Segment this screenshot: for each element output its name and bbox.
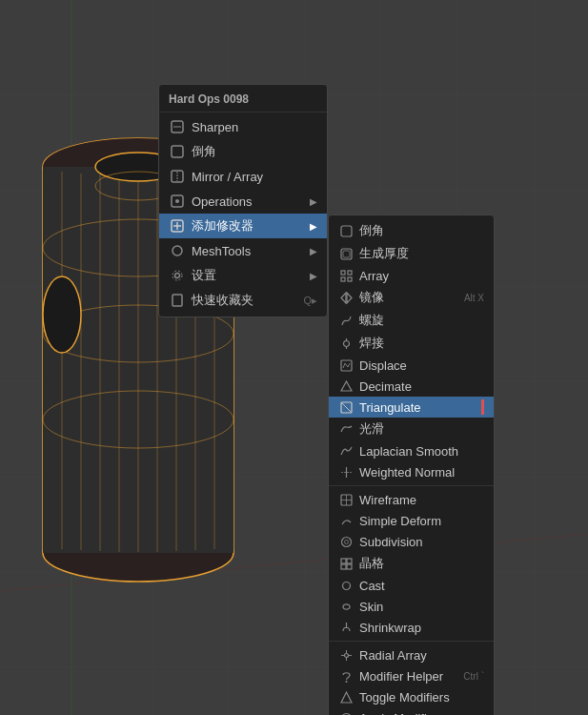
svg-point-53 [175,274,180,278]
mod-skin[interactable]: Skin [329,596,494,617]
mod-toggle-label: Toggle Modifiers [359,690,484,705]
mod-laplacian[interactable]: Laplacian Smooth [329,440,494,461]
mod-array[interactable]: Array [329,265,494,286]
mod-weighted-label: Weighted Normal [359,465,484,480]
bookmarks-label: 快速收藏夹 [192,292,299,309]
svg-rect-62 [348,277,352,281]
mod-weld[interactable]: 焊接 [329,332,494,355]
mod-laplacian-icon [338,443,354,459]
svg-rect-61 [341,277,345,281]
menu-item-settings[interactable]: 设置 ▶ [159,263,327,288]
bookmarks-icon [169,292,186,309]
add-modifier-arrow: ▶ [310,221,317,232]
svg-rect-80 [347,564,352,569]
svg-point-76 [344,540,348,543]
mod-weighted-icon [338,464,354,480]
svg-point-82 [344,653,348,657]
mod-wireframe-icon [338,492,354,507]
mod-screw-icon [338,313,354,328]
menu-item-meshtools[interactable]: MeshTools ▶ [159,238,327,263]
hardops-menu: Hard Ops 0098 Sharpen 倒角 Mirror / Array … [158,84,328,317]
mod-shrinkwrap-label: Shrinkwrap [359,621,484,635]
mod-smooth[interactable]: 光滑 [329,418,494,440]
mod-wireframe[interactable]: Wireframe [329,489,494,510]
menu-item-operations[interactable]: Operations ▶ [159,189,327,214]
mod-wireframe-label: Wireframe [359,493,484,507]
svg-rect-60 [348,271,352,275]
mod-cast[interactable]: Cast [329,575,494,596]
mod-triangulate[interactable]: Triangulate [329,397,494,418]
svg-marker-88 [341,692,352,703]
mod-solidify[interactable]: 生成厚度 [329,242,494,265]
mod-bevel[interactable]: 倒角 [329,219,494,242]
modifiers-submenu: 倒角 生成厚度 Array 镜像 Alt X 螺旋 焊接 [328,214,495,715]
mod-cast-icon [338,578,354,593]
menu-title: Hard Ops 0098 [159,89,327,112]
svg-marker-67 [341,381,352,391]
menu-item-bevel[interactable]: 倒角 [159,139,327,164]
mod-displace[interactable]: Displace [329,355,494,376]
menu-item-sharpen[interactable]: Sharpen [159,114,327,139]
mod-cast-label: Cast [359,579,484,593]
mod-screw[interactable]: 螺旋 [329,309,494,332]
svg-point-63 [343,340,349,346]
mod-lattice-label: 晶格 [359,555,484,572]
mod-weld-icon [338,336,354,351]
mod-mirror[interactable]: 镜像 Alt X [329,286,494,309]
svg-line-69 [341,402,352,413]
mod-mirror-icon [338,290,354,305]
mod-modifier-helper[interactable]: Modifier Helper Ctrl ` [329,665,494,686]
mod-apply-icon [338,710,354,715]
operations-arrow: ▶ [310,196,317,207]
mod-weighted-normal[interactable]: Weighted Normal [329,461,494,482]
svg-point-52 [172,246,182,255]
mod-displace-icon [338,358,354,373]
mod-decimate-icon [338,378,354,394]
mod-toggle-icon [338,689,354,705]
svg-rect-55 [172,295,182,306]
svg-point-48 [175,199,179,203]
mod-helper-label: Modifier Helper [359,669,463,684]
mod-radial-array[interactable]: Radial Array [329,644,494,665]
svg-rect-79 [341,564,346,569]
bookmarks-shortcut: Q▸ [303,295,317,307]
settings-label: 设置 [192,267,306,284]
mod-laplacian-label: Laplacian Smooth [359,444,484,459]
mod-simple-deform-icon [338,513,354,528]
svg-point-81 [342,582,350,589]
mod-helper-shortcut: Ctrl ` [463,671,484,682]
mod-simple-deform-label: Simple Deform [359,514,484,528]
mod-lattice-icon [338,556,354,571]
mod-solidify-label: 生成厚度 [359,245,484,262]
settings-icon [169,267,186,284]
mod-apply-label: Apply Modifiers [359,711,484,716]
menu-item-add-modifier[interactable]: 添加修改器 ▶ [159,214,327,238]
mod-lattice[interactable]: 晶格 [329,552,494,575]
svg-rect-59 [341,271,345,275]
mod-subdivision[interactable]: Subdivision [329,531,494,552]
mod-radial-icon [338,647,354,663]
mod-decimate[interactable]: Decimate [329,376,494,397]
bevel-icon [169,143,186,160]
svg-point-87 [345,681,347,683]
svg-rect-58 [343,251,350,257]
meshtools-icon [169,242,186,259]
mod-toggle[interactable]: Toggle Modifiers [329,686,494,707]
mod-simple-deform[interactable]: Simple Deform [329,510,494,531]
menu-item-bookmarks[interactable]: 快速收藏夹 Q▸ [159,288,327,313]
mod-subdivision-icon [338,534,354,549]
mod-smooth-icon [338,421,354,437]
mod-displace-label: Displace [359,358,484,373]
operations-label: Operations [192,194,306,209]
mod-skin-label: Skin [359,600,484,614]
mod-skin-icon [338,599,354,614]
mod-mirror-label: 镜像 [359,289,464,306]
mod-triangulate-icon [338,399,354,415]
mod-shrinkwrap-icon [338,620,354,635]
svg-rect-44 [172,146,183,157]
settings-arrow: ▶ [310,271,317,281]
mod-apply[interactable]: Apply Modifiers [329,707,494,715]
menu-item-mirror-array[interactable]: Mirror / Array [159,164,327,189]
mod-triangulate-label: Triangulate [359,400,477,415]
mod-shrinkwrap[interactable]: Shrinkwrap [329,617,494,638]
